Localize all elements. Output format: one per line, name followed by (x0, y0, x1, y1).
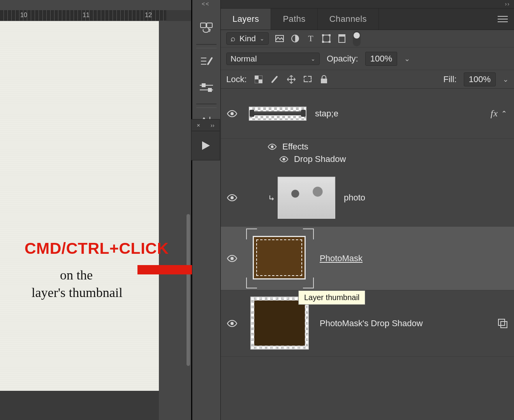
layer-row[interactable]: PhotoMask (221, 227, 514, 290)
history-panel-icon[interactable] (194, 18, 219, 39)
expand-arrows-icon[interactable]: ›› (211, 122, 215, 128)
close-icon[interactable]: × (197, 122, 200, 128)
ruler-mark: 11 (83, 12, 90, 19)
svg-rect-2 (201, 23, 206, 28)
lock-position-icon[interactable] (287, 75, 296, 84)
document-canvas[interactable] (0, 21, 159, 391)
annotation-line: layer's thumbnail (32, 285, 123, 300)
svg-rect-3 (207, 23, 212, 28)
svg-rect-25 (339, 35, 345, 37)
svg-rect-26 (255, 76, 259, 79)
effect-item[interactable]: Drop Shadow (294, 154, 346, 164)
layer-filter-row: ⌕ Kind ⌄ T (221, 30, 514, 47)
canvas-area-wrap: 10 11 12 (0, 0, 191, 420)
layer-row[interactable]: PhotoMask's Drop Shadow (221, 290, 514, 357)
tab-channels[interactable]: Channels (318, 9, 379, 30)
visibility-eye-icon[interactable] (279, 155, 289, 164)
clipping-mask-icon (268, 194, 275, 201)
layer-name[interactable]: stap;e (315, 109, 338, 119)
filter-type-icon[interactable]: T (306, 34, 315, 43)
fill-label: Fill: (444, 74, 457, 84)
layer-name[interactable]: PhotoMask (320, 253, 363, 264)
lock-artboard-icon[interactable] (303, 75, 312, 84)
brush-settings-icon[interactable] (194, 77, 219, 99)
ruler-mark: 10 (20, 12, 27, 19)
fill-input[interactable]: 100% (464, 72, 496, 86)
tooltip: Layer thumbnail (298, 290, 365, 305)
lock-all-icon[interactable] (319, 75, 329, 84)
opacity-label: Opacity: (327, 54, 358, 64)
ruler-mark: 12 (145, 12, 152, 19)
opacity-input[interactable]: 100% (365, 52, 397, 66)
fx-indicator-icon[interactable]: fx (491, 108, 498, 119)
visibility-eye-icon[interactable] (227, 192, 238, 203)
visibility-eye-icon[interactable] (227, 318, 238, 329)
expand-arrows-icon[interactable]: ›› (505, 1, 510, 7)
lock-pixels-icon[interactable] (270, 75, 280, 84)
effects-collapse-icon[interactable]: ⌃ (501, 109, 507, 118)
svg-rect-0 (137, 265, 192, 274)
svg-point-36 (283, 158, 285, 161)
layer-row[interactable]: photo (221, 169, 514, 227)
chevron-down-icon: ⌄ (260, 35, 264, 42)
play-action-button[interactable] (192, 131, 220, 160)
layer-name[interactable]: photo (344, 193, 365, 203)
visibility-eye-icon[interactable] (227, 253, 238, 264)
canvas-pastearea (159, 21, 191, 420)
visibility-eye-icon[interactable] (227, 108, 238, 119)
smart-object-icon (498, 318, 508, 329)
upper-strip (0, 0, 191, 10)
svg-rect-9 (202, 84, 205, 87)
svg-point-34 (231, 112, 234, 115)
chevron-down-icon[interactable]: ⌄ (503, 75, 509, 84)
lock-transparency-icon[interactable] (254, 75, 263, 84)
layer-name[interactable]: PhotoMask's Drop Shadow (320, 318, 423, 329)
svg-rect-41 (501, 322, 507, 328)
svg-rect-40 (498, 319, 505, 325)
svg-point-35 (271, 146, 274, 148)
opacity-value: 100% (370, 54, 392, 64)
svg-point-37 (231, 196, 234, 199)
filter-kind-dropdown[interactable]: ⌕ Kind ⌄ (226, 32, 269, 45)
tab-paths[interactable]: Paths (271, 9, 317, 30)
layer-row[interactable]: stap;e fx ⌃ (221, 89, 514, 139)
layer-thumbnail[interactable] (249, 107, 306, 121)
panel-tab-bar: Layers Paths Channels (221, 9, 514, 30)
collapse-arrows-icon[interactable]: << (202, 1, 209, 7)
svg-marker-13 (202, 141, 210, 150)
brush-presets-icon[interactable] (194, 51, 219, 72)
chevron-down-icon[interactable]: ⌄ (404, 54, 410, 63)
fill-value: 100% (469, 74, 491, 84)
layers-panel: ›› Layers Paths Channels ⌕ Kind ⌄ T (221, 0, 514, 420)
filter-smart-icon[interactable] (337, 34, 347, 43)
filter-pixel-icon[interactable] (275, 34, 284, 43)
lock-fill-row: Lock: Fill: 100% ⌄ (221, 70, 514, 89)
layer-list: stap;e fx ⌃ Effects Drop Shadow photo (221, 89, 514, 420)
filter-kind-label: Kind (239, 34, 256, 43)
blend-opacity-row: Normal ⌄ Opacity: 100% ⌄ (221, 47, 514, 70)
layer-thumbnail[interactable] (249, 231, 311, 286)
search-icon: ⌕ (231, 34, 236, 43)
blend-mode-dropdown[interactable]: Normal ⌄ (226, 53, 320, 65)
svg-rect-33 (321, 79, 327, 83)
effects-sublist: Effects Drop Shadow (221, 139, 514, 169)
layer-thumbnail[interactable] (278, 177, 335, 219)
filter-shape-icon[interactable] (322, 34, 331, 43)
blend-mode-value: Normal (231, 54, 257, 63)
panel-menu-icon[interactable] (491, 9, 514, 30)
panel-grip[interactable] (221, 0, 514, 9)
svg-rect-23 (329, 41, 331, 43)
vertical-scrollbar[interactable] (187, 214, 190, 366)
filter-adjustment-icon[interactable] (290, 34, 300, 43)
svg-rect-21 (329, 34, 331, 36)
horizontal-ruler[interactable]: 10 11 12 (0, 10, 166, 21)
collapsed-panel-dock: A (192, 0, 221, 420)
visibility-eye-icon[interactable] (268, 142, 277, 151)
tab-layers[interactable]: Layers (221, 9, 271, 30)
svg-point-38 (231, 257, 234, 260)
svg-rect-10 (208, 88, 211, 91)
svg-rect-27 (259, 79, 262, 83)
filter-toggle[interactable] (353, 31, 361, 46)
svg-point-39 (231, 322, 234, 325)
lock-label: Lock: (226, 74, 247, 84)
